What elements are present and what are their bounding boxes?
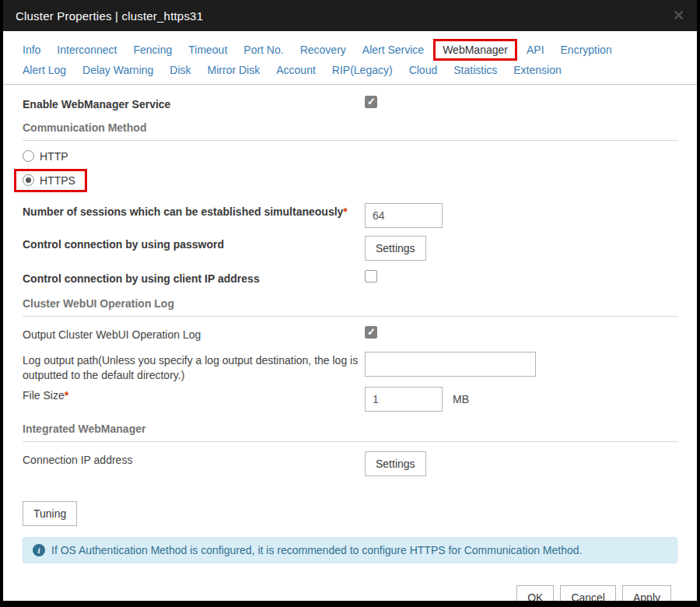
row-output-log: Output Cluster WebUI Operation Log: [23, 326, 677, 342]
connection-ip-label: Connection IP address: [23, 451, 365, 468]
tuning-row: Tuning: [23, 501, 677, 526]
tab-timeout[interactable]: Timeout: [188, 44, 227, 56]
file-size-unit-label: MB: [453, 393, 469, 405]
http-radio-label: HTTP: [40, 150, 68, 163]
row-log-output-path: Log output path(Unless you specify a log…: [23, 352, 677, 383]
tab-alert-service[interactable]: Alert Service: [362, 44, 424, 56]
output-log-checkbox[interactable]: [365, 326, 377, 339]
apply-button[interactable]: Apply: [622, 585, 671, 601]
cluster-properties-dialog: Cluster Properties | cluster_https31 ✕ I…: [3, 0, 697, 601]
section-cluster-webui-operation-log: Cluster WebUI Operation Log: [23, 297, 677, 317]
https-radio-label: HTTPS: [40, 174, 75, 187]
row-enable-webmanager: Enable WebManager Service: [23, 96, 677, 112]
info-alert-text: If OS Authentication Method is configure…: [51, 544, 582, 556]
tab-row-1: Info Interconnect Fencing Timeout Port N…: [23, 44, 677, 56]
tab-webmanager[interactable]: WebManager: [433, 39, 517, 61]
http-radio[interactable]: [23, 150, 34, 162]
sessions-input[interactable]: [365, 203, 443, 228]
tab-fencing[interactable]: Fencing: [133, 44, 172, 56]
log-output-path-label: Log output path(Unless you specify a log…: [23, 352, 365, 383]
row-client-ip-control: Control connection by using client IP ad…: [23, 270, 677, 286]
log-output-path-input[interactable]: [365, 352, 536, 377]
tab-cloud[interactable]: Cloud: [409, 64, 438, 76]
close-icon[interactable]: ✕: [673, 9, 684, 23]
tab-statistics[interactable]: Statistics: [453, 64, 497, 76]
tab-account[interactable]: Account: [276, 64, 316, 76]
client-ip-control-label: Control connection by using client IP ad…: [23, 270, 365, 286]
row-file-size: File Size* MB: [23, 387, 677, 412]
ok-button[interactable]: OK: [516, 585, 554, 601]
tab-info[interactable]: Info: [23, 44, 40, 56]
tab-api[interactable]: API: [527, 44, 544, 56]
radio-row-http: HTTP: [23, 150, 677, 163]
tuning-button[interactable]: Tuning: [23, 501, 77, 526]
enable-webmanager-label: Enable WebManager Service: [23, 96, 365, 112]
tab-panel-webmanager: Enable WebManager Service Communication …: [3, 96, 697, 601]
tab-bar: Info Interconnect Fencing Timeout Port N…: [3, 31, 697, 85]
required-asterisk: *: [65, 389, 68, 402]
tab-disk[interactable]: Disk: [170, 64, 191, 76]
tab-encryption[interactable]: Encryption: [561, 44, 612, 56]
section-integrated-webmanager: Integrated WebManager: [23, 423, 677, 442]
https-highlight-box: HTTPS: [14, 169, 87, 192]
required-asterisk: *: [343, 205, 347, 218]
tab-port-no[interactable]: Port No.: [243, 44, 283, 56]
tab-recovery[interactable]: Recovery: [300, 44, 346, 56]
file-size-label: File Size*: [23, 387, 365, 403]
tab-row-2: Alert Log Delay Warning Disk Mirror Disk…: [23, 64, 677, 76]
cancel-button[interactable]: Cancel: [560, 585, 616, 601]
client-ip-checkbox[interactable]: [365, 270, 377, 282]
file-size-input[interactable]: [365, 387, 443, 412]
info-icon: i: [33, 544, 45, 556]
radio-row-https: HTTPS: [23, 169, 677, 192]
password-control-label: Control connection by using password: [23, 236, 365, 252]
tab-mirror-disk[interactable]: Mirror Disk: [208, 64, 261, 76]
connection-ip-settings-button[interactable]: Settings: [365, 451, 426, 476]
enable-webmanager-checkbox[interactable]: [365, 96, 377, 108]
sessions-label: Number of sessions which can be establis…: [23, 203, 365, 219]
https-radio[interactable]: [23, 174, 34, 186]
info-alert: i If OS Authentication Method is configu…: [23, 537, 677, 563]
tab-extension[interactable]: Extension: [513, 64, 561, 76]
row-password-control: Control connection by using password Set…: [23, 236, 677, 261]
tab-rip-legacy[interactable]: RIP(Legacy): [332, 64, 393, 76]
tab-interconnect[interactable]: Interconnect: [57, 44, 117, 56]
row-sessions: Number of sessions which can be establis…: [23, 203, 677, 228]
output-log-label: Output Cluster WebUI Operation Log: [23, 326, 365, 342]
tab-delay-warning[interactable]: Delay Warning: [82, 64, 153, 76]
password-settings-button[interactable]: Settings: [365, 236, 426, 261]
dialog-footer: OK Cancel Apply: [23, 563, 677, 601]
dialog-titlebar: Cluster Properties | cluster_https31 ✕: [3, 0, 697, 31]
dialog-title: Cluster Properties | cluster_https31: [16, 9, 673, 23]
section-communication-method: Communication Method: [23, 121, 677, 141]
row-connection-ip: Connection IP address Settings: [23, 451, 677, 476]
tab-alert-log[interactable]: Alert Log: [23, 64, 66, 76]
